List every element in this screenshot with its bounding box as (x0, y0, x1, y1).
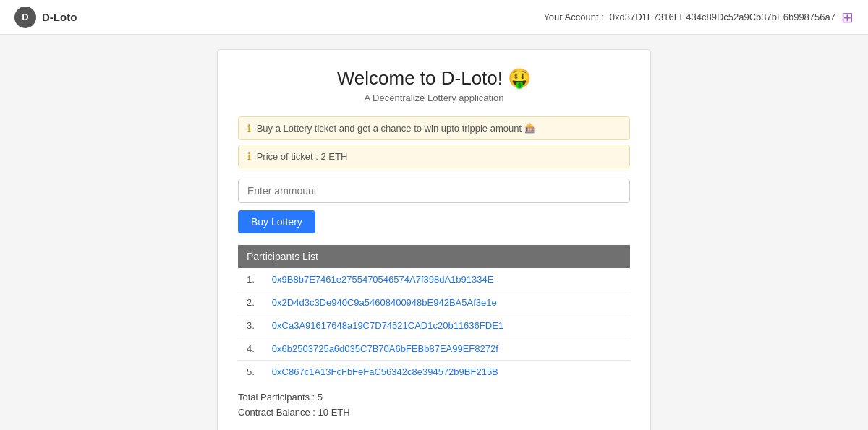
buy-lottery-button[interactable]: Buy Lottery (238, 210, 315, 233)
total-participants-label: Total Participants : (238, 392, 315, 403)
page-title: Welcome to D-Loto! 🤑 (238, 67, 630, 90)
brand: D D-Loto (14, 7, 77, 28)
participant-index: 5. (238, 361, 263, 384)
info-icon-2: ℹ (247, 151, 251, 162)
participant-index: 3. (238, 314, 263, 337)
title-emoji: 🤑 (508, 67, 531, 89)
participant-address: 0x2D4d3c3De940C9a54608400948bE942BA5Af3e… (263, 291, 630, 314)
table-row: 4. 0x6b2503725a6d035C7B70A6bFEBb87EA99EF… (238, 337, 630, 361)
stats-section: Total Participants : 5 Contract Balance … (238, 390, 630, 421)
participant-index: 2. (238, 291, 263, 314)
main-card: Welcome to D-Loto! 🤑 A Decentralize Lott… (217, 49, 651, 430)
table-row: 2. 0x2D4d3c3De940C9a54608400948bE942BA5A… (238, 291, 630, 314)
participant-address: 0xC867c1A13FcFbFeFaC56342c8e394572b9BF21… (263, 361, 630, 384)
alerts-section: ℹ Buy a Lottery ticket and get a chance … (238, 116, 630, 168)
page-title-text: Welcome to D-Loto! (337, 67, 503, 89)
participant-address: 0x9B8b7E7461e2755470546574A7f398dA1b9133… (263, 268, 630, 291)
account-label: Your Account : (543, 12, 603, 22)
alert-2: ℹ Price of ticket : 2 ETH (238, 145, 630, 168)
brand-label: D-Loto (42, 11, 77, 23)
contract-balance: Contract Balance : 10 ETH (238, 405, 630, 421)
total-participants-value: 5 (318, 392, 323, 403)
grid-icon: ⊞ (841, 9, 854, 26)
navbar: D D-Loto Your Account : 0xd37D1F7316FE43… (0, 0, 868, 35)
table-row: 3. 0xCa3A91617648a19C7D74521CAD1c20b1163… (238, 314, 630, 337)
participant-address: 0x6b2503725a6d035C7B70A6bFEBb87EA99EF827… (263, 337, 630, 361)
total-participants: Total Participants : 5 (238, 390, 630, 405)
participants-header: Participants List (238, 245, 630, 268)
contract-balance-label: Contract Balance : (238, 407, 315, 418)
participant-index: 4. (238, 337, 263, 361)
account-address: 0xd37D1F7316FE434c89Dc52a9Cb37bE6b998756… (610, 12, 835, 22)
table-row: 1. 0x9B8b7E7461e2755470546574A7f398dA1b9… (238, 268, 630, 291)
account-info: Your Account : 0xd37D1F7316FE434c89Dc52a… (543, 9, 854, 26)
contract-balance-value: 10 ETH (318, 407, 350, 418)
alert-2-text: Price of ticket : 2 ETH (257, 151, 348, 162)
table-row: 5. 0xC867c1A13FcFbFeFaC56342c8e394572b9B… (238, 361, 630, 384)
brand-avatar-icon: D (22, 12, 28, 22)
participants-table: Participants List 1. 0x9B8b7E7461e275547… (238, 245, 630, 383)
alert-1: ℹ Buy a Lottery ticket and get a chance … (238, 116, 630, 140)
participant-address: 0xCa3A91617648a19C7D74521CAD1c20b11636FD… (263, 314, 630, 337)
info-icon-1: ℹ (247, 123, 251, 134)
alert-1-text: Buy a Lottery ticket and get a chance to… (257, 123, 536, 134)
page-subtitle: A Decentralize Lottery application (238, 93, 630, 103)
amount-input[interactable] (238, 179, 630, 203)
brand-avatar: D (14, 7, 36, 28)
participant-index: 1. (238, 268, 263, 291)
main-content: Welcome to D-Loto! 🤑 A Decentralize Lott… (0, 35, 868, 430)
